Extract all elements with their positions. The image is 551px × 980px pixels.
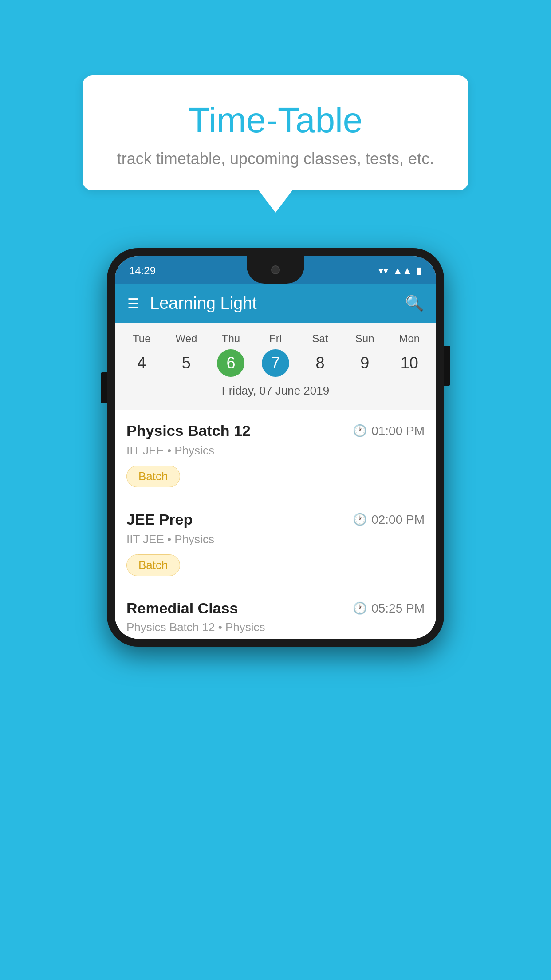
clock-icon-1: 🕐 <box>353 513 367 526</box>
speech-bubble: Time-Table track timetable, upcoming cla… <box>83 75 468 190</box>
batch-tag-1: Batch <box>126 554 180 576</box>
phone-screen: 14:29 ▾▾ ▲▲ ▮ ☰ Learning Light 🔍 Tue <box>115 256 436 639</box>
day-number-1[interactable]: 5 <box>173 349 200 377</box>
class-item-top-2: Remedial Class 🕐 05:25 PM <box>126 600 425 617</box>
battery-icon: ▮ <box>417 265 422 277</box>
class-item-2[interactable]: Remedial Class 🕐 05:25 PM Physics Batch … <box>115 587 436 639</box>
calendar-days-header: Tue 4 Wed 5 Thu 6 Fri 7 <box>115 323 436 380</box>
day-name-5: Sun <box>355 332 374 345</box>
class-meta-0: IIT JEE • Physics <box>126 444 425 458</box>
class-time-2: 🕐 05:25 PM <box>353 601 425 616</box>
bubble-subtitle: track timetable, upcoming classes, tests… <box>109 150 442 168</box>
day-col-2[interactable]: Thu 6 <box>209 332 253 377</box>
class-list: Physics Batch 12 🕐 01:00 PM IIT JEE • Ph… <box>115 410 436 639</box>
notch <box>247 256 304 284</box>
day-name-0: Tue <box>133 332 150 345</box>
class-meta-1: IIT JEE • Physics <box>126 533 425 546</box>
status-icons: ▾▾ ▲▲ ▮ <box>378 265 422 277</box>
class-time-label-0: 01:00 PM <box>371 424 425 438</box>
camera-notch <box>271 265 280 274</box>
day-col-5[interactable]: Sun 9 <box>342 332 387 377</box>
speech-bubble-arrow <box>259 190 292 213</box>
day-name-3: Fri <box>269 332 282 345</box>
day-name-2: Thu <box>222 332 240 345</box>
day-number-5[interactable]: 9 <box>351 349 378 377</box>
search-icon[interactable]: 🔍 <box>405 294 424 312</box>
day-col-1[interactable]: Wed 5 <box>164 332 209 377</box>
class-name-0: Physics Batch 12 <box>126 422 251 439</box>
class-name-2: Remedial Class <box>126 600 238 617</box>
status-time: 14:29 <box>129 265 156 277</box>
app-title: Learning Light <box>150 294 405 313</box>
class-item-0[interactable]: Physics Batch 12 🕐 01:00 PM IIT JEE • Ph… <box>115 410 436 498</box>
day-number-4[interactable]: 8 <box>307 349 334 377</box>
calendar-divider <box>123 405 428 405</box>
day-col-4[interactable]: Sat 8 <box>298 332 342 377</box>
day-col-3[interactable]: Fri 7 <box>253 332 298 377</box>
app-bar: ☰ Learning Light 🔍 <box>115 284 436 323</box>
day-number-0[interactable]: 4 <box>128 349 155 377</box>
day-number-6[interactable]: 10 <box>396 349 423 377</box>
class-item-top-1: JEE Prep 🕐 02:00 PM <box>126 511 425 528</box>
wifi-icon: ▾▾ <box>378 265 388 277</box>
day-name-4: Sat <box>312 332 328 345</box>
phone-outer: 14:29 ▾▾ ▲▲ ▮ ☰ Learning Light 🔍 Tue <box>107 248 444 647</box>
phone-wrapper: 14:29 ▾▾ ▲▲ ▮ ☰ Learning Light 🔍 Tue <box>107 248 444 647</box>
class-item-1[interactable]: JEE Prep 🕐 02:00 PM IIT JEE • Physics Ba… <box>115 498 436 587</box>
calendar-section: Tue 4 Wed 5 Thu 6 Fri 7 <box>115 323 436 410</box>
class-time-1: 🕐 02:00 PM <box>353 513 425 527</box>
status-bar: 14:29 ▾▾ ▲▲ ▮ <box>115 256 436 284</box>
class-meta-partial-2: Physics Batch 12 • Physics <box>126 620 425 634</box>
speech-bubble-wrapper: Time-Table track timetable, upcoming cla… <box>83 75 468 213</box>
day-number-2[interactable]: 6 <box>217 349 244 377</box>
clock-icon-0: 🕐 <box>353 424 367 438</box>
class-time-label-2: 05:25 PM <box>371 601 425 616</box>
menu-icon[interactable]: ☰ <box>127 296 139 311</box>
class-item-top-0: Physics Batch 12 🕐 01:00 PM <box>126 422 425 439</box>
day-number-3[interactable]: 7 <box>262 349 289 377</box>
class-name-1: JEE Prep <box>126 511 193 528</box>
day-name-6: Mon <box>399 332 420 345</box>
class-time-0: 🕐 01:00 PM <box>353 424 425 438</box>
clock-icon-2: 🕐 <box>353 601 367 615</box>
signal-icon: ▲▲ <box>393 265 412 277</box>
day-name-1: Wed <box>175 332 197 345</box>
day-col-0[interactable]: Tue 4 <box>119 332 164 377</box>
class-time-label-1: 02:00 PM <box>371 513 425 527</box>
day-col-6[interactable]: Mon 10 <box>387 332 432 377</box>
selected-date-label: Friday, 07 June 2019 <box>115 380 436 405</box>
batch-tag-0: Batch <box>126 466 180 487</box>
bubble-title: Time-Table <box>109 100 442 141</box>
